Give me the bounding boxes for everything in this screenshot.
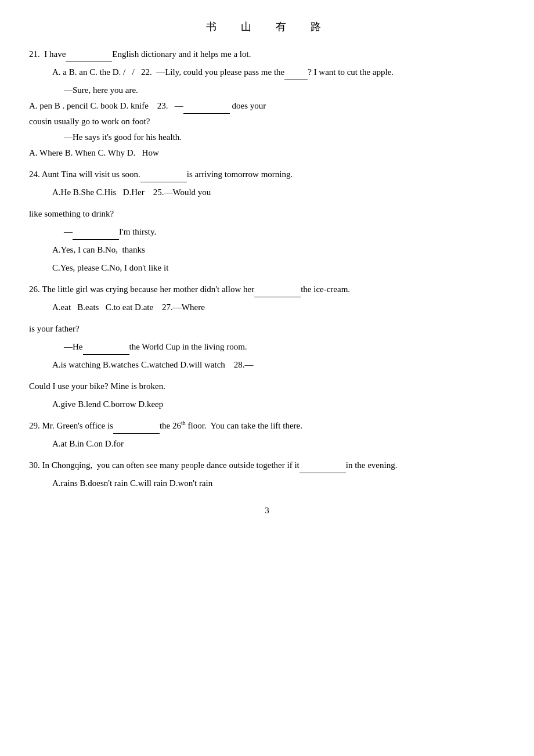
q29-number: 29. xyxy=(29,421,40,430)
q27-options: A.is watching B.watches C.watched D.will… xyxy=(52,357,505,373)
q22-dialog2: —Sure, here you are. xyxy=(64,82,505,98)
question-27: is your father? —Hethe World Cup in the … xyxy=(29,321,505,373)
question-30: 30. In Chongqing, you can often see many… xyxy=(29,458,505,491)
q30-number: 30. xyxy=(29,460,40,470)
q29-blank xyxy=(113,433,160,434)
q25-blank xyxy=(73,239,119,240)
q25-dialog2: —I'm thirsty. xyxy=(64,224,505,240)
q21-options: A. a B. an C. the D. / / 22. —Lily, coul… xyxy=(52,64,505,80)
q25-options1: A.Yes, I can B.No, thanks xyxy=(52,242,505,258)
question-26: 26. The little girl was crying because h… xyxy=(29,282,505,315)
q27-dialog2: —Hethe World Cup in the living room. xyxy=(64,339,505,355)
q26-number: 26. xyxy=(29,285,40,294)
q21-text: English dictionary and it helps me a lot… xyxy=(112,49,251,59)
q29-line: 29. Mr. Green's office isthe 26th floor.… xyxy=(29,418,505,434)
q30-text: In Chongqing, you can often see many peo… xyxy=(42,460,398,470)
q26-options: A.eat B.eats C.to eat D.ate 27.—Where xyxy=(52,300,505,315)
q27-line1: is your father? xyxy=(29,321,505,337)
q26-text: The little girl was crying because her m… xyxy=(42,285,350,294)
q23-text2: cousin usually go to work on foot? xyxy=(29,114,505,129)
q30-options: A.rains B.doesn't rain C.will rain D.won… xyxy=(52,476,505,491)
q24-options: A.He B.She C.His D.Her 25.—Would you xyxy=(52,185,505,200)
q21-blank xyxy=(66,62,112,62)
q27-blank xyxy=(83,354,129,355)
q24-blank xyxy=(140,182,187,182)
q29-text: Mr. Green's office isthe 26th floor. You… xyxy=(42,421,302,430)
q30-line: 30. In Chongqing, you can often see many… xyxy=(29,458,505,473)
q26-blank xyxy=(254,297,301,297)
q28-options: A.give B.lend C.borrow D.keep xyxy=(52,397,505,412)
question-24: 24. Aunt Tina will visit us soon.is arri… xyxy=(29,167,505,200)
q26-line: 26. The little girl was crying because h… xyxy=(29,282,505,297)
q24-line: 24. Aunt Tina will visit us soon.is arri… xyxy=(29,167,505,182)
q24-text: Aunt Tina will visit us soon.is arriving… xyxy=(42,170,293,179)
question-21: 21. I haveEnglish dictionary and it help… xyxy=(29,46,505,161)
q24-number: 24. xyxy=(29,170,40,179)
q23-options: A. Where B. When C. Why D. How xyxy=(29,145,505,161)
q29-sup: th xyxy=(181,420,186,426)
page-number: 3 xyxy=(29,503,505,519)
q23-dialog2: —He says it's good for his health. xyxy=(64,129,505,145)
question-29: 29. Mr. Green's office isthe 26th floor.… xyxy=(29,418,505,452)
q23-blank xyxy=(183,113,230,114)
q29-options: A.at B.in C.on D.for xyxy=(52,436,505,452)
q21-number: 21. I have xyxy=(29,49,66,59)
q25-line1: like something to drink? xyxy=(29,206,505,222)
q22-options: A. pen B . pencil C. book D. knife 23. —… xyxy=(29,98,505,114)
q28-line1: Could I use your bike? Mine is broken. xyxy=(29,379,505,394)
page-title: 书 山 有 路 xyxy=(29,17,505,36)
q21-line: 21. I haveEnglish dictionary and it help… xyxy=(29,46,505,62)
question-25: like something to drink? —I'm thirsty. A… xyxy=(29,206,505,276)
q30-blank xyxy=(300,473,346,473)
question-28: Could I use your bike? Mine is broken. A… xyxy=(29,379,505,412)
q22-blank-inline xyxy=(284,80,308,80)
q25-options2: C.Yes, please C.No, I don't like it xyxy=(52,260,505,276)
